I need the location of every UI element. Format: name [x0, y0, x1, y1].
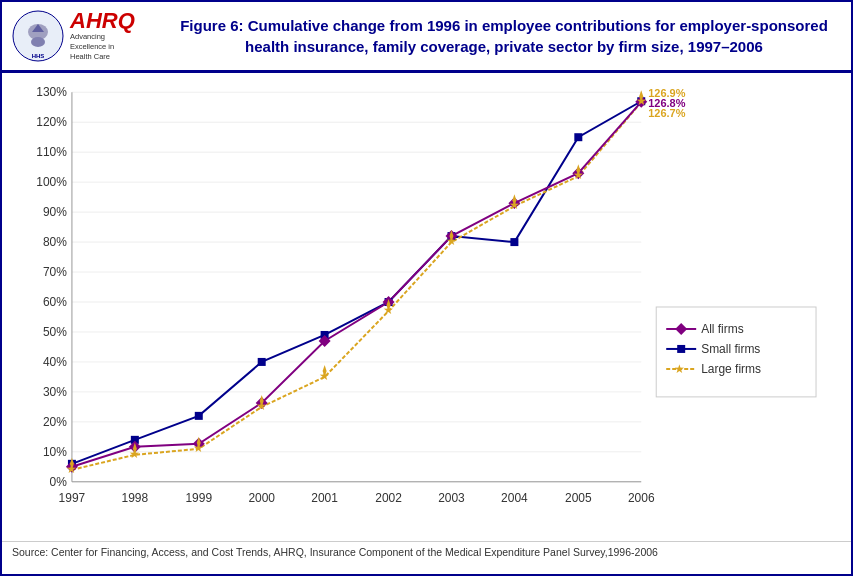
svg-text:70%: 70% — [43, 265, 67, 279]
svg-text:60%: 60% — [43, 295, 67, 309]
svg-text:10%: 10% — [43, 445, 67, 459]
small-firms-markers — [68, 97, 645, 468]
svg-text:100%: 100% — [36, 175, 67, 189]
svg-text:110%: 110% — [36, 145, 67, 159]
svg-text:80%: 80% — [43, 235, 67, 249]
svg-text:HHS: HHS — [32, 53, 45, 59]
svg-text:★: ★ — [509, 198, 520, 212]
svg-text:1999: 1999 — [185, 491, 212, 505]
large-firms-end-label: 126.7% — [648, 107, 685, 119]
svg-text:★: ★ — [573, 168, 584, 182]
svg-point-3 — [31, 37, 45, 47]
svg-text:90%: 90% — [43, 205, 67, 219]
svg-text:★: ★ — [66, 462, 77, 476]
svg-text:★: ★ — [129, 447, 140, 461]
legend-small-firms-marker — [677, 345, 685, 353]
legend-small-firms-label: Small firms — [701, 342, 760, 356]
hhs-logo: HHS — [12, 10, 64, 62]
svg-text:50%: 50% — [43, 325, 67, 339]
svg-text:120%: 120% — [36, 115, 67, 129]
ahrq-logo: AHRQ Advancing Excellence in Health Care — [70, 10, 135, 61]
svg-rect-52 — [510, 238, 518, 246]
ahrq-tagline: Advancing Excellence in Health Care — [70, 32, 114, 61]
svg-text:★: ★ — [193, 441, 204, 455]
svg-text:★: ★ — [446, 234, 457, 248]
svg-text:0%: 0% — [50, 475, 68, 489]
large-firms-line — [72, 102, 641, 470]
svg-text:2002: 2002 — [375, 491, 402, 505]
svg-rect-53 — [574, 133, 582, 141]
small-firms-line — [72, 101, 641, 464]
y-axis: 130% 120% 110% 100% 90% 80% 70% 60% 50% … — [36, 85, 641, 489]
svg-text:2004: 2004 — [501, 491, 528, 505]
legend-all-firms-label: All firms — [701, 322, 744, 336]
logo-area: HHS AHRQ Advancing Excellence in Health … — [12, 10, 167, 62]
chart-title: Figure 6: Cumulative change from 1996 in… — [167, 15, 841, 57]
x-axis: 1997 1998 1999 2000 2001 2002 2003 2004 … — [59, 491, 655, 505]
svg-rect-48 — [258, 358, 266, 366]
svg-text:★: ★ — [636, 94, 647, 108]
legend-large-firms-marker: ★ — [674, 362, 685, 376]
large-firms-markers — [70, 90, 643, 470]
svg-text:★: ★ — [319, 369, 330, 383]
svg-text:★: ★ — [383, 303, 394, 317]
svg-text:★: ★ — [256, 399, 267, 413]
large-firms-star-markers: ★ ★ ★ ★ ★ ★ ★ ★ ★ ★ — [66, 94, 646, 476]
svg-text:30%: 30% — [43, 385, 67, 399]
chart-svg: 130% 120% 110% 100% 90% 80% 70% 60% 50% … — [12, 77, 841, 537]
svg-text:40%: 40% — [43, 355, 67, 369]
svg-text:2000: 2000 — [248, 491, 275, 505]
svg-text:2005: 2005 — [565, 491, 592, 505]
footer: Source: Center for Financing, Access, an… — [2, 541, 851, 562]
svg-text:2003: 2003 — [438, 491, 465, 505]
source-text: Source: Center for Financing, Access, an… — [12, 546, 658, 558]
svg-text:1997: 1997 — [59, 491, 86, 505]
svg-text:2001: 2001 — [311, 491, 338, 505]
ahrq-text: AHRQ — [70, 10, 135, 32]
chart-area: 130% 120% 110% 100% 90% 80% 70% 60% 50% … — [2, 73, 851, 541]
header: HHS AHRQ Advancing Excellence in Health … — [2, 2, 851, 73]
svg-text:1998: 1998 — [122, 491, 149, 505]
all-firms-line — [72, 102, 641, 467]
svg-text:2006: 2006 — [628, 491, 655, 505]
svg-text:130%: 130% — [36, 85, 67, 99]
svg-text:20%: 20% — [43, 415, 67, 429]
legend-large-firms-label: Large firms — [701, 362, 761, 376]
svg-rect-47 — [195, 412, 203, 420]
page-container: HHS AHRQ Advancing Excellence in Health … — [0, 0, 853, 576]
